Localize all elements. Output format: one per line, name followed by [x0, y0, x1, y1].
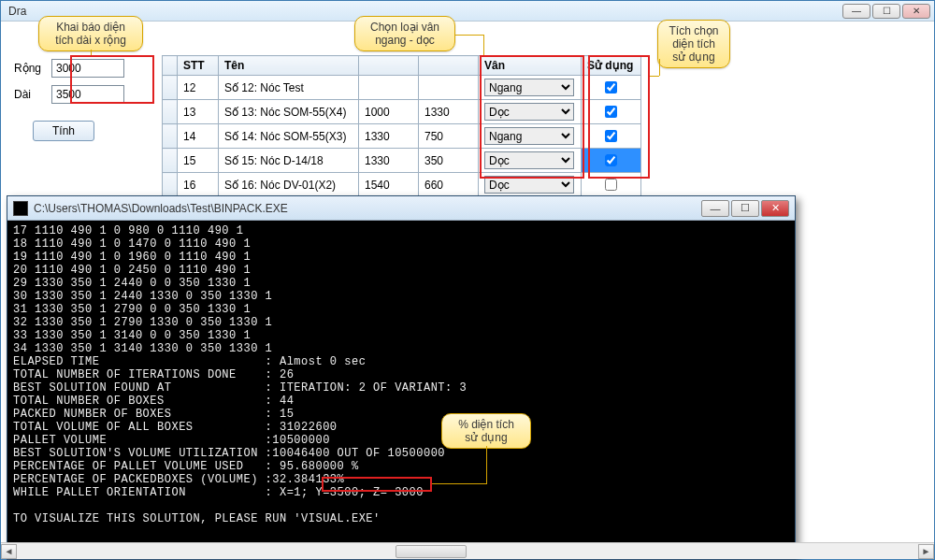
cell-b[interactable] [419, 76, 479, 100]
col-van[interactable]: Vân [479, 56, 582, 76]
cell-stt[interactable]: 16 [178, 173, 219, 197]
van-select[interactable]: NgangDọc [484, 151, 574, 169]
parts-grid: STT Tên Vân Sử dụng 12Số 12: Nóc TestNga… [162, 55, 641, 197]
cell-b[interactable]: 750 [419, 124, 479, 149]
rowheader[interactable] [163, 149, 178, 173]
console-maximize-button[interactable]: ☐ [731, 200, 759, 217]
callout-line [432, 483, 486, 484]
cell-stt[interactable]: 15 [178, 149, 219, 173]
sudung-checkbox[interactable] [605, 106, 617, 118]
cell-sudung[interactable] [582, 124, 641, 149]
close-button[interactable]: ✕ [902, 4, 930, 19]
van-select[interactable]: NgangDọc [484, 176, 574, 194]
console-close-button[interactable]: ✕ [761, 200, 789, 217]
cell-ten[interactable]: Số 13: Nóc SOM-55(X4) [219, 100, 359, 124]
cell-van[interactable]: NgangDọc [479, 149, 582, 173]
console-icon [13, 201, 28, 216]
cell-ten[interactable]: Số 16: Nóc DV-01(X2) [219, 173, 359, 197]
cell-a[interactable]: 1330 [359, 149, 419, 173]
cell-van[interactable]: NgangDọc [479, 76, 582, 100]
minimize-button[interactable]: — [842, 4, 870, 19]
sudung-checkbox[interactable] [605, 179, 617, 191]
rong-label: Rộng [14, 62, 46, 75]
rowheader [163, 56, 178, 76]
rowheader[interactable] [163, 100, 178, 124]
sudung-checkbox[interactable] [605, 130, 617, 142]
scroll-thumb[interactable] [396, 545, 467, 558]
console-window: C:\Users\THOMAS\Downloads\Test\BINPACK.E… [7, 195, 796, 560]
col-sd[interactable]: Sử dụng [582, 56, 641, 76]
sudung-checkbox[interactable] [605, 81, 617, 93]
callout-line [648, 76, 659, 77]
scroll-track[interactable] [17, 544, 918, 559]
console-minimize-button[interactable]: — [701, 200, 729, 217]
callout-line [455, 35, 483, 36]
rowheader[interactable] [163, 124, 178, 149]
callout-van: Chọn loại vân ngang - dọc [354, 16, 455, 51]
dimensions-panel: Rộng Dài Tính [14, 59, 145, 141]
cell-ten[interactable]: Số 12: Nóc Test [219, 76, 359, 100]
scroll-right-button[interactable]: ► [918, 544, 934, 559]
callout-line [91, 50, 92, 57]
callout-line [483, 35, 484, 57]
rowheader[interactable] [163, 173, 178, 197]
console-title: C:\Users\THOMAS\Downloads\Test\BINPACK.E… [34, 202, 696, 215]
col-stt[interactable]: STT [178, 56, 219, 76]
cell-stt[interactable]: 12 [178, 76, 219, 100]
main-window: Dra — ☐ ✕ Khai báo diện tích dài x rộng … [0, 0, 935, 560]
horizontal-scrollbar[interactable]: ◄ ► [1, 542, 934, 559]
callout-line [486, 446, 487, 484]
dai-label: Dài [14, 88, 46, 101]
console-titlebar: C:\Users\THOMAS\Downloads\Test\BINPACK.E… [7, 196, 795, 221]
dai-input[interactable] [51, 85, 124, 104]
cell-b[interactable]: 350 [419, 149, 479, 173]
cell-a[interactable]: 1540 [359, 173, 419, 197]
cell-sudung[interactable] [582, 76, 641, 100]
cell-stt[interactable]: 13 [178, 100, 219, 124]
cell-sudung[interactable] [582, 173, 641, 197]
cell-sudung[interactable] [582, 149, 641, 173]
scroll-left-button[interactable]: ◄ [1, 544, 17, 559]
rong-input[interactable] [51, 59, 124, 78]
content-area: Khai báo diện tích dài x rộng Chọn loại … [1, 22, 934, 559]
cell-a[interactable]: 1000 [359, 100, 419, 124]
cell-ten[interactable]: Số 15: Nóc D-14/18 [219, 149, 359, 173]
callout-dimensions: Khai báo diện tích dài x rộng [38, 16, 143, 51]
sudung-checkbox[interactable] [605, 154, 617, 166]
van-select[interactable]: NgangDọc [484, 79, 574, 96]
cell-a[interactable]: 1330 [359, 124, 419, 149]
console-output: 17 1110 490 1 0 980 0 1110 490 1 18 1110… [7, 221, 795, 529]
van-select[interactable]: NgangDọc [484, 127, 574, 145]
cell-van[interactable]: NgangDọc [479, 173, 582, 197]
cell-b[interactable]: 660 [419, 173, 479, 197]
cell-van[interactable]: NgangDọc [479, 100, 582, 124]
cell-van[interactable]: NgangDọc [479, 124, 582, 149]
callout-percent: % diện tích sử dụng [441, 413, 531, 449]
window-buttons: — ☐ ✕ [842, 4, 930, 19]
callout-line [659, 59, 660, 76]
cell-b[interactable]: 1330 [419, 100, 479, 124]
callout-use: Tích chọn diện tích sử dụng [657, 20, 730, 68]
rowheader[interactable] [163, 76, 178, 100]
cell-ten[interactable]: Số 14: Nóc SOM-55(X3) [219, 124, 359, 149]
cell-a[interactable] [359, 76, 419, 100]
tinh-button[interactable]: Tính [33, 121, 94, 141]
cell-sudung[interactable] [582, 100, 641, 124]
cell-stt[interactable]: 14 [178, 124, 219, 149]
van-select[interactable]: NgangDọc [484, 103, 574, 121]
col-b[interactable] [419, 56, 479, 76]
col-ten[interactable]: Tên [219, 56, 359, 76]
maximize-button[interactable]: ☐ [872, 4, 900, 19]
col-a[interactable] [359, 56, 419, 76]
